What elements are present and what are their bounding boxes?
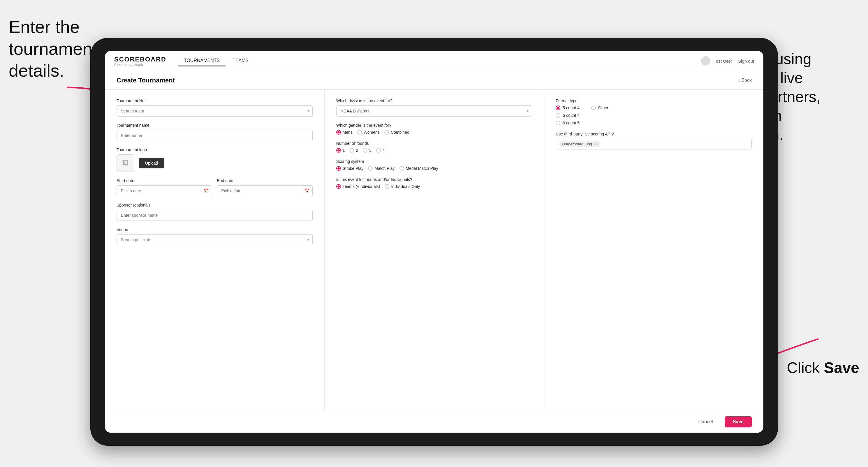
- format-5count4[interactable]: 5 count 4: [556, 105, 580, 110]
- logo-upload-area: 🖼 Upload: [117, 154, 313, 172]
- cancel-button[interactable]: Cancel: [691, 416, 720, 427]
- back-link[interactable]: ‹ Back: [739, 78, 752, 83]
- event-individuals-radio[interactable]: [384, 184, 389, 189]
- user-avatar: [701, 56, 710, 66]
- scoring-stroke-label: Stroke Play: [343, 166, 364, 171]
- rounds-1-label: 1: [343, 148, 345, 153]
- format-6count4[interactable]: 6 count 4: [556, 113, 580, 118]
- save-button[interactable]: Save: [725, 416, 752, 427]
- gender-mens[interactable]: Mens: [336, 130, 352, 134]
- host-input[interactable]: [117, 105, 313, 117]
- start-date-input[interactable]: [117, 185, 212, 196]
- format-5count4-label: 5 count 4: [563, 105, 580, 110]
- rounds-radio-group: 1 2 3 4: [336, 148, 532, 153]
- gender-combined[interactable]: Combined: [384, 130, 409, 134]
- gender-radio-group: Mens Womens Combined: [336, 130, 532, 134]
- venue-input-wrap: ▾: [117, 234, 313, 245]
- scoring-match-label: Match Play: [374, 166, 395, 171]
- form-col-left: Tournament Host ▾ Tournament name Tourna…: [105, 90, 324, 411]
- scoring-medal-match[interactable]: Medal Match Play: [400, 166, 438, 171]
- name-input[interactable]: [117, 130, 313, 141]
- format-options-col: 5 count 4 6 count 4 6 count 5: [556, 105, 580, 125]
- end-date-label: End date: [217, 178, 312, 183]
- format-6count5-radio[interactable]: [556, 121, 560, 125]
- format-5count4-radio[interactable]: [556, 105, 560, 110]
- gender-womens-radio[interactable]: [357, 130, 362, 134]
- event-individuals[interactable]: Individuals Only: [384, 184, 420, 189]
- live-scoring-tag-close[interactable]: × ‹: [594, 142, 598, 146]
- rounds-4-radio[interactable]: [376, 148, 381, 153]
- venue-group: Venue ▾: [117, 227, 313, 245]
- format-6count4-radio[interactable]: [556, 113, 560, 118]
- rounds-3-label: 3: [369, 148, 372, 153]
- gender-combined-label: Combined: [391, 130, 409, 134]
- live-scoring-group: Use third-party live scoring API? Leader…: [556, 132, 752, 150]
- live-scoring-label: Use third-party live scoring API?: [556, 132, 752, 136]
- annotation-topleft: Enter the tournament details.: [9, 16, 97, 82]
- rounds-4[interactable]: 4: [376, 148, 385, 153]
- host-label: Tournament Host: [117, 98, 313, 103]
- live-scoring-select[interactable]: Leaderboard King × ‹: [556, 139, 752, 150]
- rounds-1-radio[interactable]: [336, 148, 341, 153]
- nav-tab-tournaments[interactable]: TOURNAMENTS: [178, 56, 225, 66]
- format-other[interactable]: Other: [591, 105, 609, 110]
- division-group: Which division is the event for? ▾: [336, 98, 532, 117]
- end-date-input[interactable]: [217, 185, 312, 196]
- image-icon: 🖼: [122, 159, 128, 167]
- gender-womens[interactable]: Womens: [357, 130, 380, 134]
- format-label: Format type: [556, 98, 752, 103]
- sponsor-input[interactable]: [117, 210, 313, 221]
- page-header-bar: Create Tournament ‹ Back: [105, 71, 764, 90]
- start-date-wrap: 📅: [117, 185, 212, 196]
- rounds-3-radio[interactable]: [363, 148, 367, 153]
- format-section: 5 count 4 6 count 4 6 count 5: [556, 105, 752, 125]
- rounds-3[interactable]: 3: [363, 148, 372, 153]
- logo-text: SCOREBOARD: [114, 56, 166, 63]
- event-individuals-label: Individuals Only: [391, 184, 420, 189]
- nav-tab-teams[interactable]: TEAMS: [227, 56, 254, 66]
- start-date-label: Start date: [117, 178, 212, 183]
- venue-input[interactable]: [117, 234, 313, 245]
- rounds-2-radio[interactable]: [349, 148, 354, 153]
- event-for-group: Is this event for Teams and/or Individua…: [336, 177, 532, 189]
- gender-combined-radio[interactable]: [384, 130, 389, 134]
- scoring-medal-label: Medal Match Play: [406, 166, 438, 171]
- scoring-stroke[interactable]: Stroke Play: [336, 166, 364, 171]
- rounds-1[interactable]: 1: [336, 148, 345, 153]
- venue-chevron-icon: ▾: [307, 238, 309, 242]
- logo-label: Tournament logo: [117, 148, 313, 152]
- app-header: SCOREBOARD Powered by clippit TOURNAMENT…: [105, 51, 764, 71]
- format-other-col: Other: [591, 105, 609, 125]
- division-input[interactable]: [336, 105, 532, 117]
- host-input-wrap: ▾: [117, 105, 313, 117]
- event-teams[interactable]: Teams (+Individuals): [336, 184, 380, 189]
- event-for-radio-group: Teams (+Individuals) Individuals Only: [336, 184, 532, 189]
- rounds-group: Number of rounds 1 2 3: [336, 141, 532, 153]
- form-area: Tournament Host ▾ Tournament name Tourna…: [105, 90, 764, 411]
- format-6count4-label: 6 count 4: [563, 113, 580, 118]
- date-row: Start date 📅 End date 📅: [117, 178, 313, 196]
- rounds-2[interactable]: 2: [349, 148, 358, 153]
- gender-group: Which gender is the event for? Mens Wome…: [336, 123, 532, 134]
- end-date-wrap: 📅: [217, 185, 312, 196]
- sponsor-group: Sponsor (optional): [117, 203, 313, 221]
- scoring-medal-radio[interactable]: [400, 166, 404, 171]
- form-col-middle: Which division is the event for? ▾ Which…: [324, 90, 544, 411]
- end-date-calendar-icon: 📅: [304, 188, 309, 193]
- gender-womens-label: Womens: [364, 130, 380, 134]
- scoring-match[interactable]: Match Play: [368, 166, 395, 171]
- format-other-radio[interactable]: [591, 105, 596, 110]
- form-col-right: Format type 5 count 4 6 count 4: [544, 90, 764, 411]
- gender-mens-label: Mens: [343, 130, 352, 134]
- gender-mens-radio[interactable]: [336, 130, 341, 134]
- scoring-stroke-radio[interactable]: [336, 166, 341, 171]
- format-6count5[interactable]: 6 count 5: [556, 121, 580, 125]
- event-teams-radio[interactable]: [336, 184, 341, 189]
- end-date-group: End date 📅: [217, 178, 312, 196]
- user-area: Test User | Sign out: [701, 56, 754, 66]
- division-chevron-icon: ▾: [527, 109, 529, 113]
- signout-link[interactable]: Sign out: [738, 59, 754, 63]
- scoring-match-radio[interactable]: [368, 166, 373, 171]
- upload-button[interactable]: Upload: [139, 158, 164, 168]
- user-name: Test User |: [714, 59, 735, 63]
